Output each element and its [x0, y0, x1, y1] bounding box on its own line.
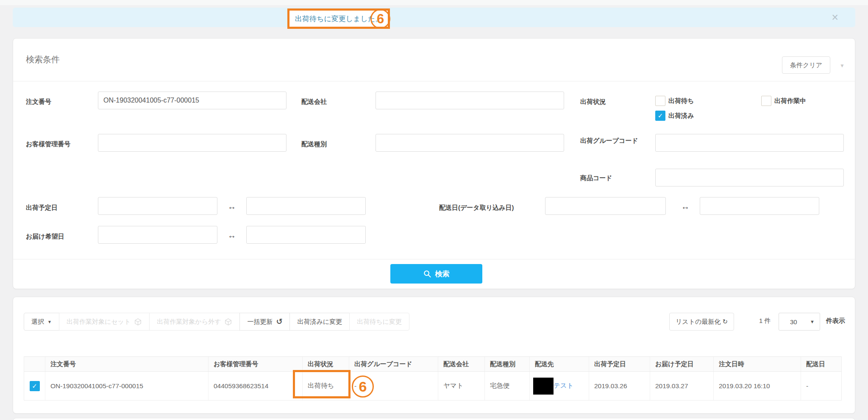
cell-customer-number: 044059368623514 [209, 372, 303, 400]
divider [13, 81, 855, 81]
shipping-group-code-input[interactable] [655, 134, 844, 152]
search-button-label: 検索 [435, 269, 450, 279]
table-row: ✓ ON-190320041005-c77-000015 04405936862… [24, 372, 841, 401]
header-shipping-group-code: 出荷グループコード [349, 357, 438, 371]
divider [13, 259, 855, 259]
row-checkbox-cell: ✓ [24, 372, 45, 400]
caret-down-icon: ▼ [810, 319, 815, 324]
checkbox-item-shipped[interactable]: ✓ 出荷済み [655, 111, 694, 121]
import-date-from-input[interactable] [545, 197, 666, 215]
search-panel-title: 検索条件 [26, 54, 60, 65]
requested-delivery-date-to-input[interactable] [246, 226, 366, 244]
header-planned-shipping-date: 出荷予定日 [589, 357, 650, 371]
cell-planned-shipping-date: 2019.03.26 [589, 372, 650, 400]
checkbox-waiting[interactable] [655, 96, 665, 106]
cell-destination: テスト [530, 372, 589, 400]
page-size-suffix: 件表示 [826, 317, 845, 325]
customer-number-label: お客様管理番号 [26, 139, 70, 149]
check-icon: ✓ [658, 112, 663, 120]
unset-shipping-target-button[interactable]: 出荷作業対象から外す [149, 313, 240, 331]
cell-requested-delivery-date: 2019.03.27 [650, 372, 714, 400]
checkbox-shipped-label: 出荷済み [668, 112, 694, 120]
next-panel-edge [13, 418, 855, 420]
search-button[interactable]: 検索 [390, 264, 482, 284]
row-checkbox[interactable]: ✓ [30, 381, 40, 391]
search-icon [423, 270, 431, 278]
shipping-group-code-label: 出荷グループコード [580, 136, 648, 145]
package-icon [224, 318, 232, 326]
results-table: 注文番号 お客様管理番号 出荷状況 出荷グループコード 配送会社 配送種別 配送… [24, 356, 842, 401]
results-panel: 選択 ▼ 出荷作業対象にセット 出荷作業対象から外す 一括更新 ↺ [13, 297, 855, 414]
bulk-update-button[interactable]: 一括更新 ↺ [239, 313, 290, 331]
checkbox-working-label: 出荷作業中 [774, 97, 806, 105]
checkbox-waiting-label: 出荷待ち [668, 97, 694, 105]
order-number-input[interactable] [98, 92, 287, 109]
select-dropdown-button[interactable]: 選択 ▼ [24, 313, 59, 331]
order-number-label: 注文番号 [26, 97, 51, 106]
cell-delivery-company: ヤマト [438, 372, 485, 400]
delivery-type-label: 配送種別 [301, 139, 327, 149]
cell-delivery-type: 宅急便 [485, 372, 530, 400]
set-shipping-target-button[interactable]: 出荷作業対象にセット [59, 313, 150, 331]
planned-shipping-date-label: 出荷予定日 [26, 203, 58, 212]
planned-shipping-date-from-input[interactable] [98, 197, 217, 215]
clear-conditions-button[interactable]: 条件クリア [782, 56, 830, 74]
delivery-type-input[interactable] [376, 134, 564, 152]
planned-shipping-date-to-input[interactable] [246, 197, 366, 215]
header-delivery-company: 配送会社 [438, 357, 485, 371]
header-shipping-status: 出荷状況 [303, 357, 349, 371]
success-banner: 出荷待ちに変更しました。 6 × [13, 8, 855, 27]
header-order-datetime: 注文日時 [714, 357, 801, 371]
result-count: 1 件 [759, 317, 771, 325]
product-code-label: 商品コード [580, 173, 612, 183]
customer-number-input[interactable] [98, 134, 287, 152]
check-icon: ✓ [32, 382, 37, 390]
header-delivery-date: 配送日 [801, 357, 842, 371]
page-size-value: 30 [790, 318, 797, 325]
range-arrow-icon: ↔ [228, 202, 236, 211]
product-code-input[interactable] [655, 169, 844, 186]
cell-order-datetime: 2019.03.20 16:10 [714, 372, 801, 400]
import-date-to-input[interactable] [700, 197, 819, 215]
header-delivery-type: 配送種別 [485, 357, 530, 371]
cell-order-number: ON-190320041005-c77-000015 [45, 372, 209, 400]
delivery-company-label: 配送会社 [301, 97, 327, 106]
undo-icon: ↺ [276, 317, 282, 326]
header-checkbox-column [24, 357, 45, 371]
package-icon [134, 318, 142, 326]
annotation-circled-6: 6 [352, 375, 374, 398]
import-date-label: 配送日(データ取り込み日) [439, 203, 514, 212]
caret-down-icon: ▼ [47, 320, 52, 324]
shipping-status-label: 出荷状況 [580, 97, 606, 106]
checkbox-working[interactable] [761, 96, 771, 106]
redacted-block [533, 378, 554, 395]
results-toolbar: 選択 ▼ 出荷作業対象にセット 出荷作業対象から外す 一括更新 ↺ [24, 313, 409, 331]
search-panel: 検索条件 条件クリア ▼ 注文番号 配送会社 出荷状況 出荷待ち 出荷作業中 ✓… [13, 38, 855, 289]
header-requested-delivery-date: お届け予定日 [650, 357, 714, 371]
range-arrow-icon: ↔ [228, 231, 236, 240]
cell-shipping-status: 出荷待ち [303, 372, 349, 400]
change-to-shipped-button[interactable]: 出荷済みに変更 [289, 313, 350, 331]
checkbox-item-working[interactable]: 出荷作業中 [761, 96, 806, 106]
destination-link[interactable]: テスト [554, 381, 574, 390]
banner-message: 出荷待ちに変更しました。 [295, 14, 382, 24]
page-size-select[interactable]: 30 ▼ [779, 313, 820, 331]
cell-delivery-date: - [801, 372, 842, 400]
header-order-number: 注文番号 [45, 357, 209, 371]
clear-conditions-caret-icon[interactable]: ▼ [840, 63, 845, 69]
close-icon[interactable]: × [832, 12, 838, 23]
annotation-circled-6: 6 [370, 9, 390, 29]
delivery-company-input[interactable] [376, 92, 564, 109]
range-arrow-icon: ↔ [681, 202, 690, 211]
requested-delivery-date-from-input[interactable] [98, 226, 217, 244]
checkbox-shipped[interactable]: ✓ [655, 111, 665, 121]
requested-delivery-date-label: お届け希望日 [26, 232, 64, 241]
refresh-icon: ↻ [722, 318, 728, 325]
header-customer-number: お客様管理番号 [209, 357, 303, 371]
checkbox-item-waiting[interactable]: 出荷待ち [655, 96, 694, 106]
top-strip [0, 0, 868, 5]
change-to-waiting-button[interactable]: 出荷待ちに変更 [349, 313, 409, 331]
page: 出荷待ちに変更しました。 6 × 検索条件 条件クリア ▼ 注文番号 配送会社 … [0, 0, 868, 420]
table-header-row: 注文番号 お客様管理番号 出荷状況 出荷グループコード 配送会社 配送種別 配送… [24, 356, 841, 372]
refresh-list-button[interactable]: リストの最新化 ↻ [669, 313, 734, 331]
